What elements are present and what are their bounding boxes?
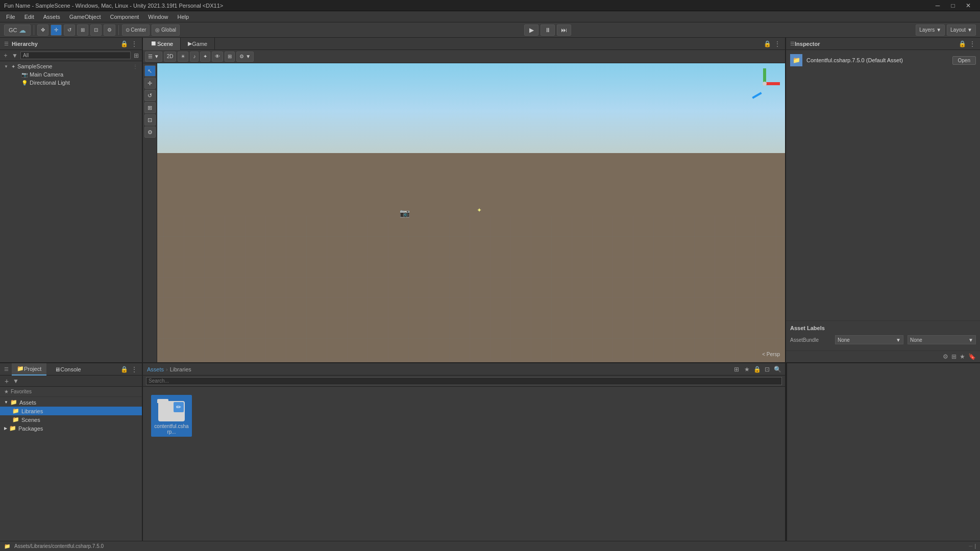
scene-view[interactable]: ↖ ✛ ↺ ⊞ ⊡ ⚙ 📷 ✦ [143, 63, 785, 362]
tab-scene[interactable]: 🔲 Scene [143, 38, 181, 50]
breadcrumb: Assets › Libraries [147, 366, 191, 372]
inspector-open-button[interactable]: Open [952, 56, 976, 65]
tab-game[interactable]: ▶ Game [181, 38, 215, 50]
asset-bundle-dropdown[interactable]: None ▼ [835, 335, 903, 344]
inspector-icon-1[interactable]: ⚙ [943, 353, 948, 360]
gc-account-button[interactable]: GC ☁ [4, 24, 31, 36]
tab-project[interactable]: 📁 Project [12, 363, 46, 375]
hierarchy-title: Hierarchy [12, 41, 38, 47]
layout-dropdown[interactable]: Layout ▼ [947, 24, 976, 36]
pause-button[interactable]: ⏸ [541, 24, 555, 36]
project-item-packages[interactable]: ▶ 📁 Packages [0, 424, 142, 433]
tool-move[interactable]: ✛ [51, 24, 62, 36]
maximize-button[interactable]: □ [945, 0, 961, 11]
asset-name-contentful: contentful.csharp... [154, 423, 189, 435]
persp-label: < Persp [762, 352, 780, 357]
bottom-add-button[interactable]: + [3, 378, 10, 385]
menu-help[interactable]: Help [173, 13, 193, 21]
scene-left-btn-rect[interactable]: ⊡ [144, 114, 156, 126]
play-button[interactable]: ▶ [524, 24, 538, 36]
tool-transform[interactable]: ⚙ [104, 24, 115, 36]
shading-mode-btn[interactable]: ☰ ▼ [145, 52, 162, 62]
hierarchy-dropdown-icon[interactable]: ▼ [11, 52, 18, 59]
asset-label-value: None [910, 337, 922, 343]
step-button[interactable]: ⏭ [557, 24, 571, 36]
scene-fx-btn[interactable]: ✦ [200, 52, 210, 62]
hierarchy-menu-icon[interactable]: ⋮ [131, 40, 138, 47]
favorites-label: Favorites [11, 389, 32, 394]
tool-hand[interactable]: ✥ [37, 24, 48, 36]
layers-dropdown[interactable]: Layers ▼ [916, 24, 945, 36]
project-icon-1[interactable]: ⊞ [733, 366, 740, 373]
bottom-dropdown-button[interactable]: ▼ [12, 378, 19, 385]
scene-gizmos-btn[interactable]: ⚙ ▼ [236, 52, 254, 62]
asset-bundle-value: None [838, 337, 850, 343]
project-item-assets[interactable]: ▼ 📁 Assets [0, 398, 142, 407]
minimize-button[interactable]: ─ [930, 0, 945, 11]
project-icon-4[interactable]: ⊡ [764, 366, 771, 373]
menu-file[interactable]: File [2, 13, 19, 21]
scene-left-btn-move[interactable]: ✛ [144, 78, 156, 89]
scenes-icon: 📁 [12, 416, 19, 423]
packages-label: Packages [18, 425, 43, 432]
hierarchy-item-directionallight[interactable]: ▶ 💡 Directional Light [0, 79, 142, 87]
inspector-menu-icon[interactable]: ⋮ [969, 40, 976, 47]
inspector-icon-4[interactable]: 🔖 [968, 353, 976, 360]
scene-audio-btn[interactable]: ♪ [190, 52, 199, 62]
scenes-label: Scenes [21, 417, 40, 423]
inspector-lock-icon[interactable]: 🔒 [959, 40, 966, 47]
scene-canvas: ↖ ✛ ↺ ⊞ ⊡ ⚙ 📷 ✦ [143, 63, 785, 362]
scene-hidden-btn[interactable]: 👁 [212, 52, 223, 62]
tab-console[interactable]: 🖥 Console [50, 363, 86, 375]
project-search-icon[interactable]: 🔍 [774, 366, 781, 373]
samplescene-menu[interactable]: ⋮ [133, 64, 138, 69]
hierarchy-add-icon[interactable]: + [2, 52, 9, 59]
scene-lighting-btn[interactable]: ☀ [178, 52, 188, 62]
asset-label-dropdown[interactable]: None ▼ [908, 335, 976, 344]
menu-component[interactable]: Component [106, 13, 143, 21]
inspector-icon-3[interactable]: ★ [960, 353, 965, 360]
scene-left-btn-rotate[interactable]: ↺ [144, 90, 156, 101]
bottom-left-lock-icon[interactable]: 🔒 [120, 366, 128, 373]
inspector-icon-2[interactable]: ⊞ [951, 353, 957, 360]
project-content-icons: ⊞ ★ 🔒 ⊡ 🔍 [733, 366, 781, 373]
menu-edit[interactable]: Edit [20, 13, 38, 21]
hierarchy-expand-icon[interactable]: ⊞ [133, 52, 140, 59]
project-item-scenes[interactable]: 📁 Scenes [0, 415, 142, 424]
assets-arrow: ▼ [4, 400, 8, 405]
scene-gizmo[interactable] [749, 68, 780, 99]
scene-menu-icon[interactable]: ⋮ [774, 40, 781, 47]
pivot-toggle[interactable]: ⊙ Center [122, 24, 150, 36]
menu-window[interactable]: Window [144, 13, 172, 21]
breadcrumb-assets[interactable]: Assets [147, 366, 164, 372]
light-icon-in-scene: ✦ [477, 207, 482, 214]
scene-left-btn-transform[interactable]: ⚙ [144, 127, 156, 138]
scene-lock-icon[interactable]: 🔒 [764, 40, 771, 47]
close-button[interactable]: ✕ [961, 0, 976, 11]
tool-rotate[interactable]: ↺ [64, 24, 75, 36]
hierarchy-item-maincamera[interactable]: ▶ 📷 Main Camera [0, 70, 142, 79]
label-directionallight: Directional Light [30, 80, 70, 86]
tool-scale[interactable]: ⊞ [77, 24, 88, 36]
asset-item-contentful[interactable]: ✏ contentful.csharp... [151, 395, 192, 437]
inspector-content: 📁 Contentful.csharp.7.5.0 (Default Asset… [786, 50, 980, 320]
menu-assets[interactable]: Assets [39, 13, 64, 21]
hierarchy-item-samplescene[interactable]: ▼ ✦ SampleScene ⋮ [0, 62, 142, 70]
menu-gameobject[interactable]: GameObject [65, 13, 105, 21]
hierarchy-lock-icon[interactable]: 🔒 [120, 40, 128, 47]
global-toggle[interactable]: ◎ Global [152, 24, 180, 36]
scene-2d-btn[interactable]: 2D [164, 52, 177, 62]
scene-grid-btn[interactable]: ⊞ [225, 52, 235, 62]
project-icon-2[interactable]: ★ [743, 366, 750, 373]
scene-left-btn-scale[interactable]: ⊞ [144, 102, 156, 113]
title-text: Fun Name - SampleScene - Windows, Mac, L… [4, 3, 223, 9]
inspector-folder-icon: 📁 [790, 54, 802, 66]
project-search-input[interactable] [146, 377, 782, 385]
project-item-libraries[interactable]: 📁 Libraries [0, 407, 142, 415]
project-icon-3[interactable]: 🔒 [753, 366, 761, 373]
bottom-left-menu-icon[interactable]: ⋮ [131, 366, 138, 373]
gc-label: GC [9, 27, 17, 33]
tool-rect[interactable]: ⊡ [90, 24, 102, 36]
scene-left-btn-arrow[interactable]: ↖ [144, 65, 156, 77]
status-folder-icon: 📁 [4, 543, 10, 549]
